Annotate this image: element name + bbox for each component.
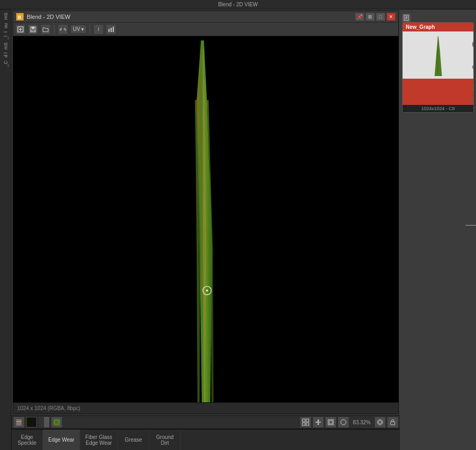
tab-edge-speckle-line2: Speckle — [18, 440, 37, 446]
right-panel: New_Graph — [400, 9, 476, 450]
dropdown-arrow: ▾ — [81, 26, 84, 32]
main-content: mS ou l _l mS d l _C B Blend - 2D VIEW 📌… — [0, 9, 476, 450]
tab-edge-speckle[interactable]: Edge Speckle — [12, 430, 43, 450]
svg-rect-35 — [391, 422, 395, 425]
save-btn[interactable] — [28, 24, 38, 35]
node-size-label: 1024x1024 - C8 — [403, 105, 473, 112]
svg-rect-29 — [306, 423, 309, 425]
tab-grease-line1: Grease — [125, 437, 142, 443]
uv-label: UV — [73, 26, 80, 32]
zoom-percent: 83.32% — [351, 420, 373, 425]
svg-rect-28 — [302, 423, 305, 425]
output-pins — [472, 23, 474, 112]
toolbar: UV ▾ i — [13, 23, 398, 36]
maximize-button[interactable]: □ — [376, 13, 385, 20]
tab-ground-line1: Ground — [156, 434, 174, 440]
svg-rect-6 — [31, 27, 35, 29]
svg-rect-10 — [113, 27, 114, 32]
svg-text:B: B — [18, 15, 21, 20]
new-btn[interactable] — [15, 24, 26, 35]
sidebar-item-c[interactable]: _C — [3, 60, 8, 68]
blend-titlebar: B Blend - 2D VIEW 📌 ⊞ □ ✕ — [13, 11, 398, 23]
frame-btn[interactable] — [326, 417, 336, 427]
svg-rect-21 — [16, 420, 21, 421]
toolbar-sep1 — [54, 25, 55, 34]
tab-edge-wear-line1: Edge Wear — [48, 437, 74, 443]
node-doc-icon[interactable] — [402, 14, 410, 22]
sidebar-item-ms1[interactable]: mS — [3, 12, 8, 21]
tab-fiber-line1: Fiber Glass — [85, 434, 112, 440]
bottom-right: 83.32% — [300, 417, 398, 427]
node-header: New_Graph — [403, 23, 473, 31]
svg-marker-40 — [435, 35, 442, 76]
tab-ground-dirt[interactable]: Ground Dirt — [149, 430, 181, 450]
open-btn[interactable] — [40, 24, 51, 35]
titlebar-icons: 📌 ⊞ □ ✕ — [355, 13, 395, 20]
pin-1[interactable] — [472, 42, 474, 48]
node-card[interactable]: New_Graph — [402, 22, 474, 113]
close-button[interactable]: ✕ — [387, 13, 395, 20]
uv-dropdown[interactable]: UV ▾ — [70, 25, 86, 34]
svg-rect-20 — [16, 421, 21, 422]
sidebar-item-dl[interactable]: d l — [3, 51, 8, 59]
connector-wire — [466, 225, 476, 226]
viewport-status: 1024 x 1024 (RGBA, 8bpc) — [13, 402, 398, 414]
svg-rect-7 — [31, 30, 35, 31]
grid-view-btn[interactable] — [300, 417, 311, 427]
svg-point-25 — [55, 421, 58, 424]
node-preview-top — [403, 31, 473, 79]
left-sidebar: mS ou l _l mS d l _C — [0, 9, 12, 450]
svg-rect-27 — [306, 419, 309, 422]
tab-fiber-line2: Edge Wear — [85, 440, 112, 446]
info-btn[interactable]: i — [93, 24, 104, 35]
dark-square-btn[interactable] — [26, 417, 37, 427]
svg-rect-31 — [329, 421, 332, 424]
sidebar-item-l2[interactable]: _l — [3, 35, 8, 40]
svg-point-33 — [378, 421, 382, 424]
split-button[interactable]: ⊞ — [366, 13, 374, 20]
bottom-toolbar: 83.32% — [12, 415, 400, 429]
top-bar: Blend - 2D VIEW — [0, 0, 476, 9]
lock-btn[interactable] — [387, 417, 398, 427]
grass-blade-svg — [175, 36, 237, 402]
preview-btn[interactable] — [51, 417, 62, 427]
top-bar-title: Blend - 2D VIEW — [2, 2, 474, 7]
svg-rect-23 — [16, 424, 21, 425]
info-icon: i — [98, 26, 99, 32]
pin-2[interactable] — [472, 87, 474, 92]
tab-edge-speckle-line1: Edge — [21, 434, 33, 440]
svg-rect-9 — [111, 28, 112, 32]
viewport[interactable] — [13, 36, 398, 402]
tab-edge-wear[interactable]: Edge Wear — [43, 430, 80, 450]
viewport-size-label: 1024 x 1024 (RGBA, 8bpc) — [17, 405, 80, 411]
move-btn[interactable] — [313, 417, 323, 427]
blend-window-title: Blend - 2D VIEW — [27, 14, 352, 20]
tab-ground-line2: Dirt — [161, 440, 169, 446]
tab-grease[interactable]: Grease — [118, 430, 149, 450]
flip-btn[interactable] — [58, 24, 68, 35]
svg-rect-26 — [302, 419, 305, 422]
sidebar-item-l[interactable]: l — [3, 30, 8, 34]
sidebar-item-ou[interactable]: ou — [3, 22, 8, 29]
tabs-bar: Edge Speckle Edge Wear Fiber Glass Edge … — [12, 429, 400, 450]
center-panel: B Blend - 2D VIEW 📌 ⊞ □ ✕ — [12, 9, 400, 450]
node-title: New_Graph — [406, 24, 435, 30]
layer-btn[interactable] — [14, 417, 24, 427]
node-preview-bottom — [403, 79, 473, 105]
sidebar-item-ms2[interactable]: mS — [3, 41, 8, 51]
chart-btn[interactable] — [106, 24, 116, 35]
svg-point-32 — [341, 420, 346, 425]
toolbar-sep2 — [90, 25, 90, 34]
tab-fiber-glass-edge-wear[interactable]: Fiber Glass Edge Wear — [80, 430, 118, 450]
svg-rect-22 — [16, 423, 21, 424]
circle-btn[interactable] — [338, 417, 349, 427]
pin-button[interactable]: 📌 — [355, 13, 364, 20]
blend-window: B Blend - 2D VIEW 📌 ⊞ □ ✕ — [13, 10, 399, 414]
blend-icon: B — [16, 13, 24, 20]
svg-rect-8 — [109, 29, 110, 32]
half-square-btn[interactable] — [39, 417, 49, 427]
settings-btn[interactable] — [375, 417, 385, 427]
